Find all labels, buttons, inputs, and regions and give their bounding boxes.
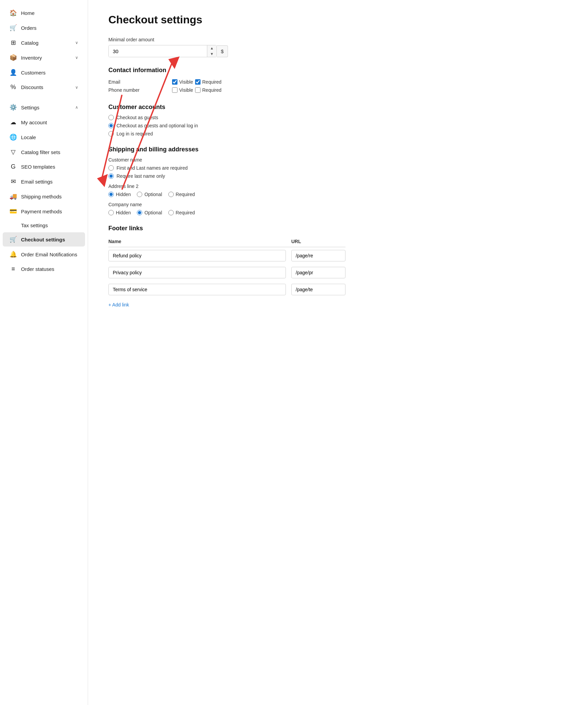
address2-required[interactable]: Required bbox=[168, 192, 195, 197]
terms-url-input[interactable] bbox=[291, 284, 345, 295]
phone-required-checkbox[interactable] bbox=[195, 87, 201, 93]
radio-guests[interactable] bbox=[108, 115, 114, 120]
company-optional[interactable]: Optional bbox=[137, 210, 162, 215]
name-last-only[interactable]: Require last name only bbox=[108, 173, 568, 179]
customer-accounts-login-required[interactable]: Log in is required bbox=[108, 131, 568, 136]
radio-company-hidden[interactable] bbox=[108, 210, 114, 215]
email-visible-label[interactable]: Visible bbox=[172, 79, 193, 85]
sidebar-item-label-settings: Settings bbox=[21, 105, 71, 110]
radio-last-only[interactable] bbox=[108, 173, 114, 179]
sidebar-item-tax-settings[interactable]: Tax settings bbox=[3, 219, 85, 232]
privacy-policy-url-input[interactable] bbox=[291, 267, 345, 278]
sidebar-item-email-settings[interactable]: ✉Email settings bbox=[3, 174, 85, 189]
sidebar-item-label-payment-methods: Payment methods bbox=[21, 209, 78, 214]
sidebar-item-seo-templates[interactable]: GSEO templates bbox=[3, 160, 85, 174]
add-link-button[interactable]: + Add link bbox=[108, 299, 129, 310]
amount-increment[interactable]: ▲ bbox=[207, 45, 216, 51]
customer-accounts-title: Customer accounts bbox=[108, 104, 568, 111]
sidebar-item-my-account[interactable]: ☁My account bbox=[3, 115, 85, 129]
sidebar-item-label-order-statuses: Order statuses bbox=[21, 266, 78, 272]
company-required[interactable]: Required bbox=[168, 210, 195, 215]
address2-hidden[interactable]: Hidden bbox=[108, 192, 131, 197]
main-content: Checkout settings Minimal order amount ▲… bbox=[88, 0, 588, 705]
sidebar-item-orders[interactable]: 🛒Orders bbox=[3, 21, 85, 35]
catalog-icon: ⊞ bbox=[9, 39, 17, 46]
contact-row-phone: Phone number Visible Required bbox=[108, 86, 285, 94]
contact-phone-checks: Visible Required bbox=[172, 87, 222, 93]
radio-company-required[interactable] bbox=[168, 210, 174, 215]
company-name-label: Company name bbox=[108, 202, 568, 207]
sidebar-item-customers[interactable]: 👤Customers bbox=[3, 65, 85, 80]
sidebar-item-payment-methods[interactable]: 💳Payment methods bbox=[3, 204, 85, 218]
sidebar-item-order-email-notifications[interactable]: 🔔Order Email Notifications bbox=[3, 247, 85, 261]
footer-link-row-privacy bbox=[108, 264, 345, 281]
sidebar-item-label-tax-settings: Tax settings bbox=[21, 222, 78, 228]
email-required-label[interactable]: Required bbox=[195, 79, 222, 85]
footer-link-row-refund bbox=[108, 247, 345, 264]
customer-accounts-guests[interactable]: Checkout as guests bbox=[108, 115, 568, 120]
radio-address2-optional[interactable] bbox=[137, 192, 142, 197]
sidebar-item-discounts[interactable]: %Discounts∨ bbox=[3, 80, 85, 94]
checkout-settings-icon: 🛒 bbox=[9, 236, 17, 243]
home-icon: 🏠 bbox=[9, 9, 17, 17]
terms-name-input[interactable] bbox=[108, 284, 286, 295]
inventory-icon: 📦 bbox=[9, 54, 17, 61]
amount-currency: $ bbox=[217, 45, 228, 57]
sidebar-item-label-email-settings: Email settings bbox=[21, 179, 78, 185]
payment-methods-icon: 💳 bbox=[9, 208, 17, 215]
sidebar-item-catalog[interactable]: ⊞Catalog∨ bbox=[3, 36, 85, 50]
address2-optional[interactable]: Optional bbox=[137, 192, 162, 197]
sidebar-item-label-discounts: Discounts bbox=[21, 84, 71, 90]
discounts-chevron-icon: ∨ bbox=[75, 85, 78, 90]
seo-templates-icon: G bbox=[9, 163, 17, 170]
footer-link-row-terms bbox=[108, 281, 345, 298]
company-name-options: Hidden Optional Required bbox=[108, 210, 568, 215]
sidebar-item-home[interactable]: 🏠Home bbox=[3, 6, 85, 20]
contact-row-email: Email Visible Required bbox=[108, 78, 285, 86]
sidebar-item-label-seo-templates: SEO templates bbox=[21, 164, 78, 170]
phone-visible-checkbox[interactable] bbox=[172, 87, 177, 93]
radio-address2-hidden[interactable] bbox=[108, 192, 114, 197]
amount-decrement[interactable]: ▼ bbox=[207, 51, 216, 57]
contact-information-title: Contact information bbox=[108, 67, 568, 74]
radio-company-optional[interactable] bbox=[137, 210, 142, 215]
phone-visible-label[interactable]: Visible bbox=[172, 87, 193, 93]
sidebar-item-order-statuses[interactable]: ≡Order statuses bbox=[3, 262, 85, 276]
minimal-order-section: Minimal order amount ▲ ▼ $ bbox=[108, 37, 568, 57]
discounts-icon: % bbox=[9, 84, 17, 91]
sidebar-item-inventory[interactable]: 📦Inventory∨ bbox=[3, 50, 85, 65]
minimal-order-row: ▲ ▼ $ bbox=[108, 45, 568, 57]
footer-links-header: Name URL bbox=[108, 236, 345, 247]
customer-accounts-guests-optional[interactable]: Checkout as guests and optional log in bbox=[108, 123, 568, 128]
address-line2-label: Address line 2 bbox=[108, 184, 568, 189]
sidebar-item-locale[interactable]: 🌐Locale bbox=[3, 130, 85, 144]
sidebar-item-settings[interactable]: ⚙️Settings∧ bbox=[3, 100, 85, 114]
footer-links-section: Footer links Name URL + Add bbox=[108, 225, 568, 310]
refund-policy-name-input[interactable] bbox=[108, 250, 286, 261]
sidebar-item-catalog-filter-sets[interactable]: ▽Catalog filter sets bbox=[3, 145, 85, 159]
contact-phone-label: Phone number bbox=[108, 87, 149, 93]
radio-login-required[interactable] bbox=[108, 131, 114, 136]
sidebar-item-label-inventory: Inventory bbox=[21, 55, 71, 61]
catalog-filter-sets-icon: ▽ bbox=[9, 148, 17, 156]
minimal-order-input[interactable] bbox=[109, 46, 207, 57]
privacy-policy-name-input[interactable] bbox=[108, 267, 286, 278]
sidebar-item-shipping-methods[interactable]: 🚚Shipping methods bbox=[3, 189, 85, 204]
email-visible-checkbox[interactable] bbox=[172, 79, 177, 85]
name-first-last[interactable]: First and Last names are required bbox=[108, 165, 568, 171]
radio-first-last[interactable] bbox=[108, 165, 114, 171]
company-hidden[interactable]: Hidden bbox=[108, 210, 131, 215]
radio-guests-optional[interactable] bbox=[108, 123, 114, 128]
email-required-checkbox[interactable] bbox=[195, 79, 201, 85]
refund-policy-url-input[interactable] bbox=[291, 250, 345, 261]
radio-address2-required[interactable] bbox=[168, 192, 174, 197]
customer-accounts-section: Customer accounts Checkout as guests Che… bbox=[108, 104, 568, 136]
order-statuses-icon: ≡ bbox=[9, 265, 17, 273]
sidebar-item-label-order-email-notifications: Order Email Notifications bbox=[21, 252, 78, 257]
customer-name-options: First and Last names are required Requir… bbox=[108, 165, 568, 179]
inventory-chevron-icon: ∨ bbox=[75, 55, 78, 60]
minimal-order-label: Minimal order amount bbox=[108, 37, 568, 42]
sidebar-item-checkout-settings[interactable]: 🛒Checkout settings bbox=[3, 232, 85, 247]
page-title: Checkout settings bbox=[108, 14, 568, 26]
phone-required-label[interactable]: Required bbox=[195, 87, 222, 93]
